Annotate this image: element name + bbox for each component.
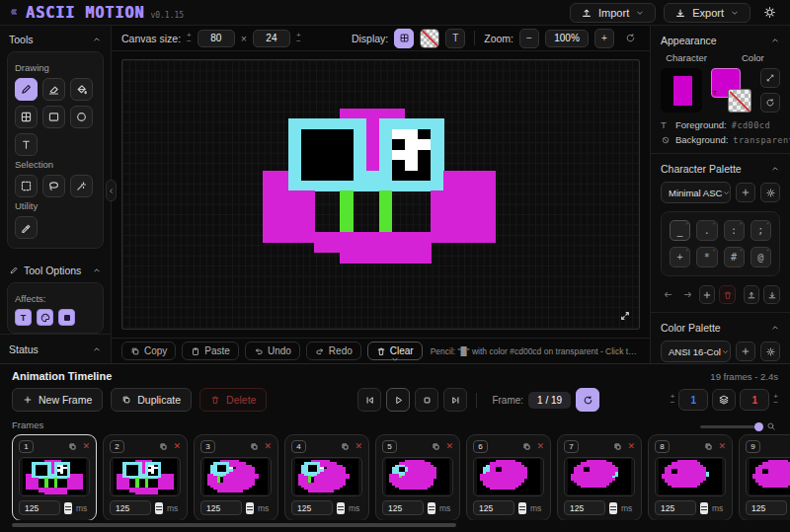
transparency-toggle-button[interactable] (420, 29, 439, 48)
frame-duration-icon[interactable] (155, 502, 163, 514)
remove-character-icon[interactable]: × (740, 220, 743, 226)
tool-options-header[interactable]: Tool Options (0, 257, 111, 282)
palette-character-button[interactable]: _× (670, 220, 690, 241)
frame-duration-input[interactable]: 125 (473, 500, 514, 515)
undo-button[interactable]: Undo (245, 342, 300, 360)
color-set-select[interactable]: ANSI 16-Col (661, 341, 731, 362)
delete-frame-icon[interactable]: ✕ (355, 442, 362, 451)
export-button[interactable]: Export (664, 3, 750, 23)
previous-character-button[interactable] (661, 286, 675, 304)
palette-character-button[interactable]: :× (724, 220, 745, 241)
scrollbar-thumb[interactable] (12, 523, 456, 527)
affects-character-chip[interactable]: T (15, 309, 32, 326)
collapse-timeline-handle[interactable] (380, 354, 410, 364)
frame-duration-icon[interactable] (246, 502, 254, 514)
delete-frame-icon[interactable]: ✕ (173, 442, 181, 451)
onion-prev-frames-input[interactable]: 1 (678, 389, 708, 411)
frame-thumbnail[interactable] (564, 457, 635, 496)
frame-duration-icon[interactable] (337, 502, 345, 514)
theme-toggle-button[interactable] (758, 2, 780, 24)
loop-toggle-button[interactable] (576, 388, 599, 412)
stop-button[interactable] (415, 388, 438, 412)
skip-to-start-button[interactable] (357, 388, 381, 412)
collapse-left-panel-handle[interactable] (106, 180, 117, 201)
frame-duration-input[interactable]: 125 (746, 500, 787, 515)
swap-colors-button[interactable] (760, 68, 780, 88)
frame-size-slider[interactable] (700, 425, 761, 428)
ellipse-tool-button[interactable] (70, 106, 93, 128)
delete-frame-icon[interactable]: ✕ (82, 442, 90, 451)
duplicate-frame-icon[interactable] (522, 442, 531, 451)
tools-panel-header[interactable]: Tools (0, 26, 111, 51)
add-color-set-button[interactable] (736, 342, 755, 361)
character-palette-header[interactable]: Character Palette (661, 156, 780, 180)
delete-frame-icon[interactable]: ✕ (627, 442, 635, 451)
remove-character-icon[interactable]: × (685, 220, 688, 226)
eraser-tool-button[interactable] (42, 78, 65, 101)
onion-skin-toggle-button[interactable] (712, 389, 736, 411)
frame-duration-icon[interactable] (609, 502, 617, 514)
canvas-height-input[interactable]: 24 (253, 30, 290, 47)
paste-button[interactable]: Paste (182, 342, 239, 360)
copy-button[interactable]: Copy (121, 342, 176, 360)
frame-duration-icon[interactable] (518, 502, 526, 514)
frame-card[interactable]: 3✕125ms (194, 434, 278, 520)
onion-next-frames-input[interactable]: 1 (740, 389, 769, 411)
zoom-value[interactable]: 100% (545, 30, 589, 47)
character-settings-button[interactable] (760, 183, 780, 202)
text-visibility-button[interactable]: T (445, 29, 465, 48)
duplicate-frame-icon[interactable] (68, 442, 77, 451)
onion-next-stepper[interactable]: +− (773, 394, 778, 406)
onion-prev-stepper[interactable]: +− (671, 394, 675, 406)
frame-duration-input[interactable]: 125 (655, 500, 696, 515)
import-palette-button[interactable] (763, 285, 780, 304)
redo-button[interactable]: Redo (306, 342, 361, 360)
canvas-width-input[interactable]: 80 (198, 30, 235, 47)
rectangle-tool-button[interactable] (42, 106, 65, 128)
frame-thumbnail[interactable] (746, 457, 790, 496)
frame-thumbnail[interactable] (291, 457, 362, 496)
remove-character-icon[interactable]: × (712, 220, 715, 226)
frame-card[interactable]: 5✕125ms (375, 434, 460, 520)
frame-thumbnail[interactable] (200, 457, 272, 496)
frame-duration-icon[interactable] (64, 502, 72, 514)
palette-character-button[interactable]: +× (670, 247, 690, 267)
frame-duration-icon[interactable] (700, 502, 708, 514)
frame-card[interactable]: 4✕125ms (284, 434, 369, 520)
frame-duration-input[interactable]: 125 (110, 500, 151, 515)
grid-toggle-button[interactable] (394, 29, 414, 48)
character-preview[interactable] (661, 68, 702, 113)
appearance-header[interactable]: Appearance (661, 28, 780, 51)
status-panel-header[interactable]: Status (0, 334, 111, 365)
pencil-tool-button[interactable] (15, 78, 38, 101)
affects-color-chip[interactable] (37, 309, 53, 326)
frame-card[interactable]: 2✕125ms (103, 434, 188, 520)
frame-duration-input[interactable]: 125 (382, 500, 424, 515)
frame-card[interactable]: 1✕125ms (12, 434, 97, 520)
skip-to-end-button[interactable] (443, 388, 467, 412)
remove-character-icon[interactable]: × (685, 247, 688, 253)
zoom-in-button[interactable]: + (594, 29, 614, 48)
remove-character-icon[interactable]: × (766, 220, 769, 226)
duplicate-frame-icon[interactable] (613, 442, 622, 451)
duplicate-frame-icon[interactable] (341, 442, 350, 451)
height-stepper[interactable]: +− (296, 33, 301, 44)
delete-frame-icon[interactable]: ✕ (264, 442, 272, 451)
magic-wand-tool-button[interactable] (70, 175, 93, 197)
frame-duration-input[interactable]: 125 (200, 500, 242, 515)
duplicate-frame-button[interactable]: Duplicate (111, 388, 192, 412)
new-frame-button[interactable]: New Frame (12, 388, 103, 412)
slider-knob[interactable] (754, 422, 763, 431)
frame-thumbnail[interactable] (110, 457, 181, 496)
add-character-set-button[interactable] (736, 183, 755, 202)
palette-character-button[interactable]: ;× (750, 220, 771, 241)
paint-bucket-tool-button[interactable] (70, 78, 93, 101)
frame-duration-input[interactable]: 125 (19, 500, 60, 515)
text-tool-button[interactable] (15, 133, 38, 156)
background-color-swatch[interactable] (728, 89, 751, 113)
remove-character-icon[interactable]: × (766, 247, 769, 253)
duplicate-frame-icon[interactable] (704, 442, 713, 451)
zoom-reset-icon[interactable] (620, 29, 640, 48)
background-row[interactable]: Background: transparent (661, 134, 780, 145)
character-set-select[interactable]: Minimal ASC (661, 182, 731, 203)
